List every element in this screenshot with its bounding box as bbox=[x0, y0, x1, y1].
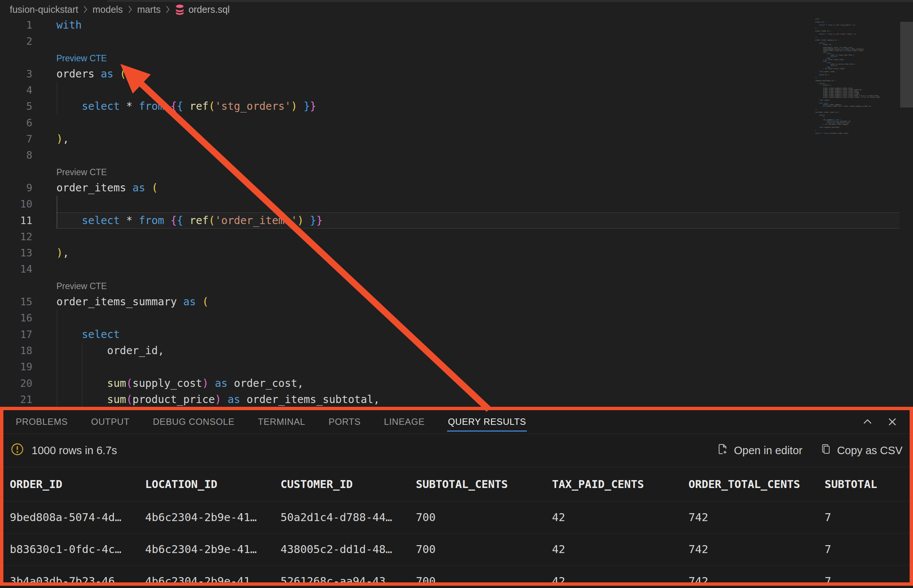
table-cell: 438005c2-dd1d-48… bbox=[281, 543, 416, 556]
line-number: 20 bbox=[0, 375, 57, 391]
code-line-content bbox=[57, 310, 900, 326]
panel-tab-problems[interactable]: PROBLEMS bbox=[16, 410, 68, 433]
code-line-content bbox=[57, 33, 900, 49]
column-header[interactable]: ORDER_ID bbox=[10, 478, 145, 491]
code-line-7: 7), bbox=[0, 131, 900, 147]
code-line-12: 12 bbox=[0, 229, 900, 245]
code-line-content: orders as ( bbox=[57, 66, 900, 82]
column-header[interactable]: SUBTOTAL_CENTS bbox=[416, 478, 552, 491]
code-line-3: 3orders as ( bbox=[0, 66, 900, 82]
indent-guide bbox=[82, 375, 82, 391]
table-cell: 5261268c-aa94-43 bbox=[281, 575, 416, 588]
table-cell: 4b6c2304-2b9e-41… bbox=[145, 511, 281, 524]
preview-cte-link[interactable]: Preview CTE bbox=[57, 281, 107, 291]
table-cell: 7 bbox=[825, 543, 913, 556]
panel-tab-lineage[interactable]: LINEAGE bbox=[384, 410, 425, 433]
column-header[interactable]: SUBTOTAL bbox=[825, 478, 913, 491]
breadcrumb-item-models[interactable]: models bbox=[92, 4, 123, 15]
open-in-editor-button[interactable]: Open in editor bbox=[717, 443, 802, 457]
code-line-content bbox=[57, 261, 900, 277]
column-header[interactable]: TAX_PAID_CENTS bbox=[552, 478, 688, 491]
preview-cte-link[interactable]: Preview CTE bbox=[57, 167, 107, 177]
vscode-window: fusion-quickstart models marts orders.sq… bbox=[0, 0, 913, 588]
breadcrumb-item-project[interactable]: fusion-quickstart bbox=[10, 4, 78, 15]
table-row[interactable]: b83630c1-0fdc-4c…4b6c2304-2b9e-41…438005… bbox=[0, 533, 913, 565]
table-cell: 50a2d1c4-d788-44… bbox=[281, 511, 416, 524]
table-cell: 4b6c2304-2b9e-41 bbox=[145, 575, 281, 588]
code-line-8: 8 bbox=[0, 147, 900, 163]
table-cell: 7 bbox=[825, 511, 913, 524]
table-cell: 700 bbox=[416, 575, 552, 588]
line-number: 14 bbox=[0, 261, 57, 277]
editor-scrollbar[interactable] bbox=[900, 22, 913, 108]
code-line-15: 15order_items_summary as ( bbox=[0, 294, 900, 310]
indent-guide bbox=[57, 326, 57, 342]
line-number bbox=[0, 50, 57, 66]
column-header[interactable]: LOCATION_ID bbox=[145, 478, 281, 491]
panel-tab-debug-console[interactable]: DEBUG CONSOLE bbox=[153, 410, 234, 433]
line-number: 21 bbox=[0, 391, 57, 407]
panel-tab-terminal[interactable]: TERMINAL bbox=[258, 410, 305, 433]
code-line-content bbox=[57, 196, 900, 212]
row-count-text: 1000 rows in 6.7s bbox=[32, 444, 117, 457]
line-number: 19 bbox=[0, 359, 57, 375]
open-in-editor-label: Open in editor bbox=[734, 444, 802, 457]
table-row[interactable]: 3b4a03db-7b23-464b6c2304-2b9e-415261268c… bbox=[0, 565, 913, 588]
indent-guide bbox=[57, 98, 57, 114]
bottom-panel: PROBLEMSOUTPUTDEBUG CONSOLETERMINALPORTS… bbox=[0, 410, 913, 588]
code-lens-row: Preview CTE bbox=[0, 50, 900, 66]
code-line-1: 1with bbox=[0, 17, 900, 33]
preview-cte-link[interactable]: Preview CTE bbox=[57, 53, 107, 63]
panel-tab-output[interactable]: OUTPUT bbox=[91, 410, 129, 433]
code-line-11: 11 select * from {{ ref('order_items') }… bbox=[0, 212, 900, 229]
code-line-13: 13), bbox=[0, 245, 900, 261]
breadcrumb-item-file[interactable]: orders.sql bbox=[175, 4, 230, 15]
code-line-content bbox=[57, 82, 900, 98]
results-table-header: ORDER_IDLOCATION_IDCUSTOMER_IDSUBTOTAL_C… bbox=[0, 467, 913, 502]
panel-tab-ports[interactable]: PORTS bbox=[329, 410, 360, 433]
table-cell: 4b6c2304-2b9e-41… bbox=[145, 543, 281, 556]
code-editor[interactable]: 1with2Preview CTE3orders as (45 select *… bbox=[0, 17, 900, 407]
minimap-code: with orders as ( select * from {{ ref('s… bbox=[811, 17, 900, 134]
chevron-right-icon bbox=[83, 5, 88, 13]
table-row[interactable]: 9bed808a-5074-4d…4b6c2304-2b9e-41…50a2d1… bbox=[0, 502, 913, 533]
code-line-content bbox=[57, 359, 900, 375]
line-number: 18 bbox=[0, 342, 57, 359]
table-cell: 700 bbox=[416, 511, 552, 524]
minimap[interactable]: with orders as ( select * from {{ ref('s… bbox=[811, 17, 900, 147]
table-cell: 700 bbox=[416, 543, 552, 556]
file-name: orders.sql bbox=[188, 4, 230, 15]
line-number: 9 bbox=[0, 180, 57, 196]
panel-tab-query-results[interactable]: QUERY RESULTS bbox=[448, 410, 526, 433]
chevron-right-icon bbox=[128, 5, 133, 13]
warning-icon bbox=[11, 443, 24, 459]
indent-guide bbox=[57, 212, 57, 229]
code-line-21: 21 sum(product_price) as order_items_sub… bbox=[0, 391, 900, 407]
code-line-content: with bbox=[57, 17, 900, 33]
line-number: 17 bbox=[0, 326, 57, 342]
code-line-19: 19 bbox=[0, 359, 900, 375]
code-lens-row: Preview CTE bbox=[0, 278, 900, 294]
breadcrumb: fusion-quickstart models marts orders.sq… bbox=[0, 2, 230, 17]
copy-icon bbox=[821, 444, 831, 457]
line-number: 10 bbox=[0, 196, 57, 212]
column-header[interactable]: ORDER_TOTAL_CENTS bbox=[688, 478, 825, 491]
results-table-body: 9bed808a-5074-4d…4b6c2304-2b9e-41…50a2d1… bbox=[0, 502, 913, 588]
maximize-panel-icon[interactable] bbox=[862, 416, 873, 428]
code-line-content: sum(supply_cost) as order_cost, bbox=[57, 375, 900, 391]
line-number: 7 bbox=[0, 131, 57, 147]
table-cell: 742 bbox=[688, 575, 825, 588]
code-line-18: 18 order_id, bbox=[0, 342, 900, 359]
indent-guide bbox=[57, 359, 57, 375]
code-line-10: 10 bbox=[0, 196, 900, 212]
breadcrumb-item-marts[interactable]: marts bbox=[137, 4, 161, 15]
indent-guide bbox=[57, 391, 57, 407]
code-line-17: 17 select bbox=[0, 326, 900, 342]
copy-as-csv-button[interactable]: Copy as CSV bbox=[821, 444, 902, 457]
indent-guide bbox=[57, 196, 57, 212]
column-header[interactable]: CUSTOMER_ID bbox=[281, 478, 416, 491]
indent-guide bbox=[57, 375, 57, 391]
code-line-content bbox=[57, 147, 900, 163]
close-panel-icon[interactable] bbox=[887, 416, 898, 428]
line-number: 1 bbox=[0, 17, 57, 33]
